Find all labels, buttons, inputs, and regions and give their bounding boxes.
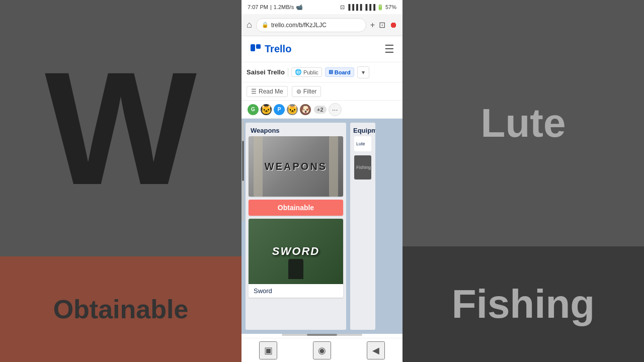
- lock-icon: 🔒: [262, 22, 269, 28]
- bg-right-top: Lute: [403, 0, 644, 246]
- sword-card-image: SWORD: [249, 219, 343, 284]
- background-left: W Obtainable: [0, 0, 242, 362]
- filter-button[interactable]: ⊜ Filter: [292, 86, 321, 97]
- home-icon[interactable]: ⌂: [247, 20, 252, 30]
- back-nav-button[interactable]: ◀: [367, 341, 385, 359]
- extra-members-badge: +2: [314, 106, 327, 114]
- sim-icon: ⊡: [340, 4, 345, 11]
- equipment-list-header: Equipme: [350, 123, 375, 136]
- sword-card-label: Sword: [249, 284, 343, 298]
- square-nav-button[interactable]: ▣: [259, 341, 277, 359]
- avatar-4[interactable]: 🐱: [286, 103, 299, 116]
- phone-frame: 7:07 PM | 1.2MB/s 📹 ⊡ ▐▐▐▐ ▐▐▐ 🔋 57% ⌂ 🔒…: [242, 0, 403, 362]
- weapons-card-image: WEAPONS: [249, 136, 343, 197]
- background-right: Lute Fishing: [403, 0, 644, 362]
- action-bar: ☰ Read Me ⊜ Filter: [242, 82, 403, 101]
- trello-logo-text: Trello: [265, 43, 291, 55]
- data-speed: 1.2MB/s: [274, 4, 294, 10]
- lute-mini-card[interactable]: Lute: [354, 136, 371, 151]
- fishing-mini-card[interactable]: Fishing: [354, 155, 371, 179]
- bg-fishing-text: Fishing: [452, 281, 595, 327]
- weapons-image-text: WEAPONS: [265, 161, 327, 172]
- board-name: Saisei Trello: [247, 68, 285, 76]
- time: 7:07 PM: [248, 4, 268, 10]
- trello-logo[interactable]: Trello: [250, 43, 291, 55]
- tabs-icon[interactable]: ⊡: [379, 20, 385, 30]
- bg-left-top: W: [0, 0, 242, 256]
- public-badge[interactable]: 🌐 Public: [291, 67, 322, 77]
- bottom-nav: ▣ ◉ ◀: [242, 338, 403, 362]
- trello-header: Trello ☰: [242, 36, 403, 62]
- bg-left-bottom: Obtainable: [0, 256, 242, 362]
- url-bar: ⌂ 🔒 trello.com/b/fKzJLJC + ⊡ ⏺: [242, 14, 403, 36]
- scroll-indicator: [282, 334, 362, 336]
- chevron-down-button[interactable]: ▾: [357, 66, 369, 78]
- read-me-button[interactable]: ☰ Read Me: [247, 86, 288, 97]
- public-label: Public: [303, 69, 318, 75]
- separator: |: [270, 4, 272, 10]
- bg-lute-text: Lute: [481, 100, 566, 146]
- chevron-down-icon: ▾: [362, 69, 365, 76]
- home-nav-button[interactable]: ◉: [313, 341, 331, 359]
- globe-icon: 🌐: [295, 69, 302, 75]
- board-content: Weapons WEAPONS Obtainable: [242, 119, 403, 334]
- battery-icon: 🔋: [377, 4, 384, 11]
- document-icon: ☰: [251, 88, 257, 95]
- video-icon: 📹: [296, 4, 303, 11]
- lute-label: Lute: [356, 141, 365, 146]
- avatar-1[interactable]: G: [247, 103, 260, 116]
- weapons-list: Weapons WEAPONS Obtainable: [246, 123, 346, 330]
- board-toolbar: Saisei Trello 🌐 Public ⊞ Board ▾: [242, 62, 403, 82]
- side-scroll-thumb: [242, 141, 244, 181]
- weapons-list-title: Weapons: [251, 127, 280, 134]
- bg-letter-w: W: [45, 48, 197, 209]
- read-me-label: Read Me: [259, 88, 283, 95]
- ellipsis-icon: ···: [332, 106, 338, 114]
- weapons-list-cards: WEAPONS Obtainable SWORD: [246, 136, 346, 330]
- bg-obtainable-text: Obtainable: [53, 294, 189, 324]
- url-text: trello.com/b/fKzJLJC: [271, 22, 327, 29]
- members-bar: G 🐱 P 🐱 🐶 +2 ···: [242, 101, 403, 119]
- filter-label: Filter: [303, 88, 317, 95]
- avatar-3[interactable]: P: [273, 103, 286, 116]
- status-left: 7:07 PM | 1.2MB/s 📹: [248, 4, 303, 11]
- obtainable-label: Obtainable: [249, 200, 343, 216]
- menu-button[interactable]: ☰: [384, 43, 394, 56]
- equipment-list-title: Equipme: [353, 127, 375, 134]
- weapons-list-header: Weapons: [246, 123, 346, 136]
- avatar-5[interactable]: 🐶: [299, 103, 312, 116]
- more-options-button[interactable]: ···: [329, 103, 342, 116]
- board-label: Board: [335, 69, 351, 75]
- svg-rect-1: [256, 44, 261, 49]
- status-right: ⊡ ▐▐▐▐ ▐▐▐ 🔋 57%: [340, 4, 396, 11]
- url-input[interactable]: 🔒 trello.com/b/fKzJLJC: [256, 18, 366, 32]
- avatar-2[interactable]: 🐱: [260, 103, 273, 116]
- sword-card[interactable]: SWORD Sword: [249, 219, 343, 298]
- equipment-list: Equipme Lute Fishing: [350, 123, 375, 330]
- trello-logo-icon: [250, 43, 262, 55]
- obtainable-card[interactable]: Obtainable: [249, 200, 343, 216]
- weapons-card[interactable]: WEAPONS: [249, 136, 343, 197]
- board-icon: ⊞: [329, 69, 333, 75]
- filter-icon: ⊜: [296, 88, 301, 95]
- sword-image-text: SWORD: [272, 245, 319, 258]
- scroll-thumb: [307, 334, 337, 336]
- bg-right-bottom: Fishing: [403, 246, 644, 362]
- fishing-label: Fishing: [356, 165, 371, 170]
- svg-rect-0: [251, 44, 255, 51]
- new-tab-icon[interactable]: +: [370, 21, 375, 30]
- record-icon[interactable]: ⏺: [389, 21, 397, 30]
- board-badge[interactable]: ⊞ Board: [325, 67, 354, 77]
- wifi-icon: ▐▐▐: [364, 4, 375, 10]
- status-bar: 7:07 PM | 1.2MB/s 📹 ⊡ ▐▐▐▐ ▐▐▐ 🔋 57%: [242, 0, 403, 14]
- side-scroll-bar: [242, 121, 244, 221]
- signal-icon: ▐▐▐▐: [346, 4, 362, 10]
- battery-percent: 57%: [385, 4, 396, 10]
- toolbar-divider: [288, 68, 288, 77]
